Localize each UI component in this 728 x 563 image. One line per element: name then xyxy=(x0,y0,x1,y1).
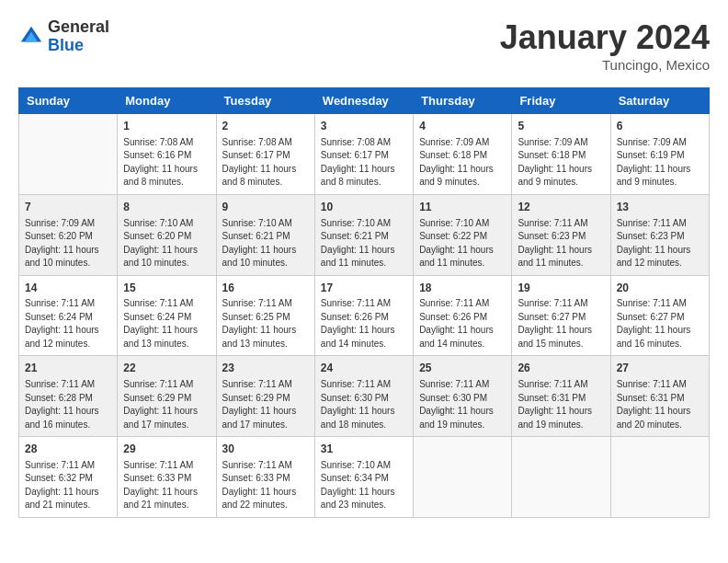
calendar-cell: 20Sunrise: 7:11 AMSunset: 6:27 PMDayligh… xyxy=(610,275,709,356)
day-number: 2 xyxy=(222,119,309,134)
day-number: 14 xyxy=(25,281,111,296)
calendar-header-row: SundayMondayTuesdayWednesdayThursdayFrid… xyxy=(19,88,710,114)
day-number: 3 xyxy=(321,119,407,134)
calendar-cell: 10Sunrise: 7:10 AMSunset: 6:21 PMDayligh… xyxy=(314,194,413,275)
day-info: Sunrise: 7:09 AMSunset: 6:18 PMDaylight:… xyxy=(518,136,604,190)
day-info: Sunrise: 7:11 AMSunset: 6:26 PMDaylight:… xyxy=(419,297,506,350)
page-header: General Blue January 2024 Tuncingo, Mexi… xyxy=(18,18,710,73)
day-number: 9 xyxy=(222,200,309,215)
day-info: Sunrise: 7:11 AMSunset: 6:33 PMDaylight:… xyxy=(222,459,309,512)
location: Tuncingo, Mexico xyxy=(500,57,710,73)
day-info: Sunrise: 7:10 AMSunset: 6:21 PMDaylight:… xyxy=(321,217,407,270)
day-number: 24 xyxy=(321,361,407,376)
logo-text: General Blue xyxy=(48,18,109,55)
calendar-cell: 13Sunrise: 7:11 AMSunset: 6:23 PMDayligh… xyxy=(610,194,709,275)
day-number: 30 xyxy=(222,442,309,457)
day-info: Sunrise: 7:11 AMSunset: 6:32 PMDaylight:… xyxy=(25,459,111,512)
calendar-cell xyxy=(512,437,610,518)
calendar-week-row: 1Sunrise: 7:08 AMSunset: 6:16 PMDaylight… xyxy=(19,114,710,195)
day-info: Sunrise: 7:11 AMSunset: 6:23 PMDaylight:… xyxy=(617,217,703,270)
day-number: 1 xyxy=(123,119,210,134)
calendar-cell: 4Sunrise: 7:09 AMSunset: 6:18 PMDaylight… xyxy=(414,114,512,195)
day-number: 5 xyxy=(518,119,604,134)
day-info: Sunrise: 7:11 AMSunset: 6:25 PMDaylight:… xyxy=(222,297,309,350)
calendar-cell: 31Sunrise: 7:10 AMSunset: 6:34 PMDayligh… xyxy=(314,437,413,518)
day-info: Sunrise: 7:09 AMSunset: 6:20 PMDaylight:… xyxy=(25,217,111,270)
day-info: Sunrise: 7:10 AMSunset: 6:34 PMDaylight:… xyxy=(321,459,407,512)
calendar-cell xyxy=(610,437,709,518)
day-info: Sunrise: 7:11 AMSunset: 6:31 PMDaylight:… xyxy=(617,378,703,431)
day-info: Sunrise: 7:11 AMSunset: 6:26 PMDaylight:… xyxy=(321,297,407,350)
day-info: Sunrise: 7:11 AMSunset: 6:24 PMDaylight:… xyxy=(123,297,210,350)
day-number: 31 xyxy=(321,442,407,457)
day-number: 27 xyxy=(617,361,703,376)
day-number: 11 xyxy=(419,200,506,215)
day-info: Sunrise: 7:11 AMSunset: 6:24 PMDaylight:… xyxy=(25,297,111,350)
day-number: 12 xyxy=(518,200,604,215)
calendar-cell: 29Sunrise: 7:11 AMSunset: 6:33 PMDayligh… xyxy=(118,437,216,518)
day-number: 17 xyxy=(321,281,407,296)
day-info: Sunrise: 7:11 AMSunset: 6:23 PMDaylight:… xyxy=(518,217,604,270)
calendar-cell: 27Sunrise: 7:11 AMSunset: 6:31 PMDayligh… xyxy=(610,356,709,437)
calendar-cell: 22Sunrise: 7:11 AMSunset: 6:29 PMDayligh… xyxy=(118,356,216,437)
day-info: Sunrise: 7:08 AMSunset: 6:17 PMDaylight:… xyxy=(222,136,309,190)
day-number: 15 xyxy=(123,281,210,296)
day-number: 23 xyxy=(222,361,309,376)
calendar-week-row: 21Sunrise: 7:11 AMSunset: 6:28 PMDayligh… xyxy=(19,356,710,437)
day-info: Sunrise: 7:11 AMSunset: 6:28 PMDaylight:… xyxy=(25,378,111,431)
day-number: 13 xyxy=(617,200,703,215)
calendar-cell: 2Sunrise: 7:08 AMSunset: 6:17 PMDaylight… xyxy=(216,114,314,195)
calendar: SundayMondayTuesdayWednesdayThursdayFrid… xyxy=(18,87,710,518)
day-number: 29 xyxy=(123,442,210,457)
calendar-week-row: 14Sunrise: 7:11 AMSunset: 6:24 PMDayligh… xyxy=(19,275,710,356)
day-info: Sunrise: 7:11 AMSunset: 6:27 PMDaylight:… xyxy=(518,297,604,350)
calendar-cell xyxy=(414,437,512,518)
logo: General Blue xyxy=(18,18,109,55)
day-number: 19 xyxy=(518,281,604,296)
day-info: Sunrise: 7:08 AMSunset: 6:17 PMDaylight:… xyxy=(321,136,407,190)
calendar-cell: 17Sunrise: 7:11 AMSunset: 6:26 PMDayligh… xyxy=(314,275,413,356)
title-block: January 2024 Tuncingo, Mexico xyxy=(500,18,710,73)
day-number: 28 xyxy=(25,442,111,457)
calendar-cell: 8Sunrise: 7:10 AMSunset: 6:20 PMDaylight… xyxy=(118,194,216,275)
calendar-cell: 21Sunrise: 7:11 AMSunset: 6:28 PMDayligh… xyxy=(19,356,118,437)
calendar-cell xyxy=(19,114,118,195)
calendar-cell: 3Sunrise: 7:08 AMSunset: 6:17 PMDaylight… xyxy=(314,114,413,195)
calendar-cell: 28Sunrise: 7:11 AMSunset: 6:32 PMDayligh… xyxy=(19,437,118,518)
day-header-tuesday: Tuesday xyxy=(216,88,314,114)
day-header-monday: Monday xyxy=(118,88,216,114)
day-number: 8 xyxy=(123,200,210,215)
logo-icon xyxy=(18,24,44,50)
day-number: 25 xyxy=(419,361,506,376)
day-info: Sunrise: 7:11 AMSunset: 6:30 PMDaylight:… xyxy=(419,378,506,431)
logo-blue-text: Blue xyxy=(48,37,109,55)
calendar-cell: 16Sunrise: 7:11 AMSunset: 6:25 PMDayligh… xyxy=(216,275,314,356)
logo-general-text: General xyxy=(48,18,109,37)
day-number: 10 xyxy=(321,200,407,215)
day-header-friday: Friday xyxy=(512,88,610,114)
calendar-cell: 25Sunrise: 7:11 AMSunset: 6:30 PMDayligh… xyxy=(414,356,512,437)
day-header-thursday: Thursday xyxy=(414,88,512,114)
day-info: Sunrise: 7:10 AMSunset: 6:20 PMDaylight:… xyxy=(123,217,210,270)
calendar-cell: 26Sunrise: 7:11 AMSunset: 6:31 PMDayligh… xyxy=(512,356,610,437)
day-number: 22 xyxy=(123,361,210,376)
day-number: 26 xyxy=(518,361,604,376)
day-number: 7 xyxy=(25,200,111,215)
day-info: Sunrise: 7:10 AMSunset: 6:22 PMDaylight:… xyxy=(419,217,506,270)
day-info: Sunrise: 7:11 AMSunset: 6:29 PMDaylight:… xyxy=(123,378,210,431)
calendar-cell: 23Sunrise: 7:11 AMSunset: 6:29 PMDayligh… xyxy=(216,356,314,437)
day-number: 16 xyxy=(222,281,309,296)
day-number: 20 xyxy=(617,281,703,296)
day-info: Sunrise: 7:09 AMSunset: 6:18 PMDaylight:… xyxy=(419,136,506,190)
calendar-cell: 11Sunrise: 7:10 AMSunset: 6:22 PMDayligh… xyxy=(414,194,512,275)
calendar-cell: 14Sunrise: 7:11 AMSunset: 6:24 PMDayligh… xyxy=(19,275,118,356)
calendar-cell: 19Sunrise: 7:11 AMSunset: 6:27 PMDayligh… xyxy=(512,275,610,356)
calendar-cell: 5Sunrise: 7:09 AMSunset: 6:18 PMDaylight… xyxy=(512,114,610,195)
day-info: Sunrise: 7:11 AMSunset: 6:30 PMDaylight:… xyxy=(321,378,407,431)
day-header-saturday: Saturday xyxy=(610,88,709,114)
calendar-cell: 18Sunrise: 7:11 AMSunset: 6:26 PMDayligh… xyxy=(414,275,512,356)
day-number: 4 xyxy=(419,119,506,134)
day-number: 18 xyxy=(419,281,506,296)
calendar-cell: 7Sunrise: 7:09 AMSunset: 6:20 PMDaylight… xyxy=(19,194,118,275)
day-info: Sunrise: 7:09 AMSunset: 6:19 PMDaylight:… xyxy=(617,136,703,190)
